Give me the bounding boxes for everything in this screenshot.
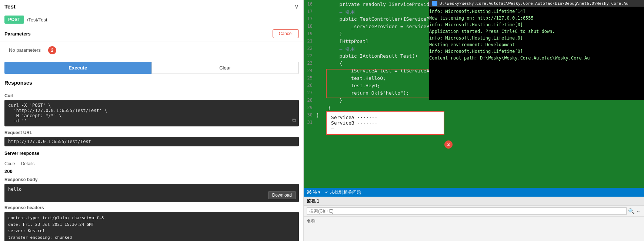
- curl-code: curl -X 'POST' \ 'http://127.0.0.1:6555/…: [8, 103, 107, 123]
- request-url-section: Request URL http://127.0.0.1:6555/Test/T…: [0, 128, 303, 149]
- zoom-value: 96 %: [307, 190, 317, 195]
- status-bar: 96 % ▾ ✓ 未找到相关问题: [304, 188, 644, 197]
- line-code: }: [316, 31, 342, 37]
- monitor-search-bar: 🔍 ←: [304, 206, 644, 217]
- check-text: ✓ 未找到相关问题: [325, 189, 361, 196]
- line-number: 26: [305, 83, 316, 88]
- header-item: date: Fri, 23 Jul 2021 15:30:24 GMT: [8, 221, 295, 228]
- response-body-label: Response body: [4, 177, 299, 182]
- code-label: Code: [4, 161, 15, 166]
- line-number: 21: [305, 38, 316, 44]
- header-item: transfer-encoding: chunked: [8, 234, 295, 241]
- method-badge: POST: [4, 16, 24, 24]
- line-code: test.HelloO;: [316, 75, 386, 81]
- line-number: 24: [305, 68, 316, 73]
- monitor-back-button[interactable]: ←: [636, 208, 641, 214]
- parameters-label: Parameters: [4, 31, 31, 37]
- header-item: server: Kestrel: [8, 228, 295, 234]
- execute-button[interactable]: Execute: [4, 62, 151, 74]
- code-value-row: 200: [0, 168, 303, 176]
- download-button[interactable]: Download: [268, 191, 296, 199]
- endpoint-row: POST /Test/Test: [0, 13, 303, 26]
- terminal-output: info: Microsoft.Hosting.Lifetime[14] Now…: [429, 8, 644, 61]
- endpoint-path: /Test/Test: [27, 17, 47, 23]
- monitor-search-input[interactable]: [307, 207, 627, 215]
- status-zoom: 96 % ▾: [307, 190, 320, 195]
- output-line: ServiceB ·······: [331, 120, 439, 126]
- api-title-bar: Test ∨: [0, 0, 303, 13]
- line-number: 17: [305, 9, 316, 14]
- response-body-value: hello: [8, 187, 21, 192]
- copy-icon[interactable]: ⧉: [292, 117, 296, 123]
- clear-button[interactable]: Clear: [151, 62, 299, 74]
- monitor-search-button[interactable]: 🔍: [628, 208, 634, 214]
- line-number: 22: [305, 53, 316, 58]
- line-code: [HttpPost]: [316, 38, 368, 44]
- details-label: Details: [21, 161, 35, 166]
- status-check: ✓ 未找到相关问题: [325, 189, 361, 196]
- terminal-line: Application started. Press Ctrl+C to shu…: [429, 28, 644, 35]
- responses-section: Responses: [0, 77, 303, 92]
- terminal-window: D:\Wesky\Wesky.Core.Autofac\Wesky.Core.A…: [429, 0, 644, 100]
- curl-section: Curl curl -X 'POST' \ 'http://127.0.0.1:…: [0, 92, 303, 128]
- line-number: 31: [305, 120, 316, 125]
- zoom-dropdown-icon[interactable]: ▾: [318, 190, 320, 195]
- badge-3-label: 3: [447, 142, 450, 147]
- line-code: return Ok($"hello");: [316, 90, 409, 96]
- cancel-button[interactable]: Cancel: [273, 29, 299, 38]
- line-number: 27: [305, 90, 316, 95]
- response-body-box: hello Download: [4, 184, 299, 202]
- action-row: Execute Clear: [0, 59, 303, 77]
- responses-title: Responses: [4, 80, 299, 86]
- line-code: }: [316, 98, 342, 103]
- terminal-line: Content root path: D:\Wesky\Wesky.Core.A…: [429, 55, 644, 61]
- line-number: 17: [305, 16, 316, 21]
- line-number: 19: [305, 31, 316, 36]
- server-response-section: Server response: [0, 149, 303, 160]
- line-code: public IActionResult Test(): [316, 53, 418, 59]
- line-code: }: [316, 105, 331, 111]
- left-panel: Test ∨ POST /Test/Test Parameters Cancel…: [0, 0, 304, 241]
- line-code: — 引用: [316, 46, 355, 52]
- headers-box: content-type: text/plain; charset=utf-8d…: [4, 212, 299, 241]
- line-number: 23: [305, 61, 316, 66]
- monitor-panel: 监视 1 🔍 ← 名称: [304, 197, 644, 241]
- curl-box: curl -X 'POST' \ 'http://127.0.0.1:6555/…: [4, 100, 299, 126]
- right-panel: 16 private readonly IServiceProvider _se…: [304, 0, 644, 241]
- no-params-row: No parameters 2: [0, 41, 303, 59]
- chevron-icon[interactable]: ∨: [294, 3, 299, 10]
- terminal-icon: [432, 1, 437, 6]
- line-number: 22: [305, 46, 316, 51]
- no-params-text: No parameters: [4, 44, 45, 57]
- terminal-line: info: Microsoft.Hosting.Lifetime[0]: [429, 48, 644, 55]
- output-line: ServiceA ·······: [331, 115, 439, 120]
- header-item: content-type: text/plain; charset=utf-8: [8, 215, 295, 221]
- output-line: —: [331, 126, 439, 131]
- terminal-path: D:\Wesky\Wesky.Core.Autofac\Wesky.Core.A…: [440, 1, 628, 6]
- terminal-title-bar: D:\Wesky\Wesky.Core.Autofac\Wesky.Core.A…: [429, 0, 644, 7]
- line-code: — 引用: [316, 9, 355, 16]
- server-response-label: Server response: [4, 151, 299, 156]
- circle-badge-2: 2: [48, 46, 56, 54]
- api-title: Test: [4, 3, 16, 10]
- line-number: 25: [305, 75, 316, 81]
- response-code: 200: [4, 169, 13, 174]
- response-body-section: Response body hello Download: [0, 176, 303, 204]
- terminal-line: info: Microsoft.Hosting.Lifetime[0]: [429, 35, 644, 41]
- monitor-title: 监视 1: [304, 197, 644, 206]
- code-and-terminal: 16 private readonly IServiceProvider _se…: [304, 0, 644, 188]
- line-number: 29: [305, 105, 316, 110]
- terminal-line: info: Microsoft.Hosting.Lifetime[0]: [429, 21, 644, 28]
- line-number: 28: [305, 98, 316, 103]
- line-number: 30: [305, 112, 316, 118]
- request-url-label: Request URL: [4, 130, 299, 135]
- request-url-box: http://127.0.0.1:6555/Test/Test: [4, 137, 299, 146]
- response-headers-label: Response headers: [4, 205, 299, 210]
- code-details-row: Code Details: [0, 160, 303, 168]
- line-code: }: [316, 112, 319, 118]
- parameters-header: Parameters Cancel: [0, 26, 303, 41]
- monitor-name-label: 名称: [304, 217, 644, 226]
- badge-3: 3: [444, 140, 453, 149]
- response-headers-section: Response headers content-type: text/plai…: [0, 204, 303, 241]
- terminal-line: Hosting environment: Development: [429, 41, 644, 48]
